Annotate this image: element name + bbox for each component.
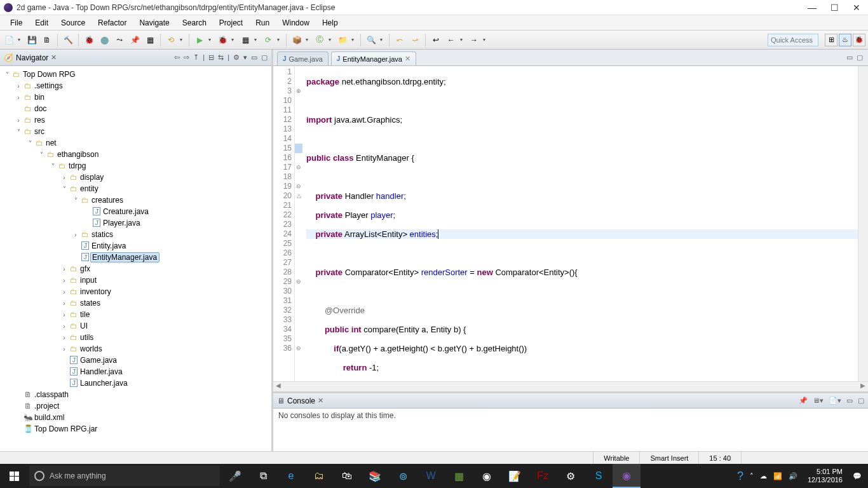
tree-folder[interactable]: worlds [79, 344, 102, 353]
help-icon[interactable]: ? [737, 470, 743, 483]
run-button[interactable]: ▶ [193, 34, 206, 46]
menu-navigate[interactable]: Navigate [133, 17, 175, 29]
tree-file[interactable]: Launcher.java [79, 379, 128, 388]
tree-folder[interactable]: gfx [79, 264, 90, 273]
menu-help[interactable]: Help [316, 17, 344, 29]
cortana-search[interactable]: Ask me anything [29, 466, 220, 486]
menu-edit[interactable]: Edit [29, 17, 55, 29]
nav-forward-icon[interactable]: ⇨ [184, 53, 189, 62]
tree-file[interactable]: Entity.java [90, 241, 126, 250]
volume-icon[interactable]: 🔊 [789, 472, 797, 480]
tree-folder[interactable]: utils [79, 333, 93, 342]
tree-folder[interactable]: src [33, 127, 44, 136]
pin-button[interactable]: 📌 [128, 34, 141, 46]
close-view-icon[interactable]: ✕ [51, 53, 57, 62]
dropdown-icon[interactable]: ▾ [277, 37, 282, 43]
code-content[interactable]: package net.ethangibson.tdrpg.entity; im… [302, 66, 858, 381]
dropdown-icon[interactable]: ▾ [460, 37, 465, 43]
mic-icon[interactable]: 🎤 [221, 464, 249, 488]
menu-run[interactable]: Run [249, 17, 276, 29]
dropdown-icon[interactable]: ▾ [380, 37, 385, 43]
menu-refactor[interactable]: Refactor [92, 17, 133, 29]
pin-console-icon[interactable]: 📌 [799, 396, 808, 405]
tree-folder[interactable]: entity [79, 184, 98, 193]
back-button[interactable]: ← [445, 34, 458, 46]
app-icon[interactable]: ⚙ [557, 464, 585, 488]
filter-icon[interactable]: ⚙ [233, 53, 240, 62]
save-button[interactable]: 💾 [25, 34, 38, 46]
tree-folder[interactable]: inventory [79, 287, 111, 296]
action-center-icon[interactable]: 💬 [853, 472, 862, 480]
tree-folder[interactable]: input [79, 276, 97, 285]
tree-file-selected[interactable]: EntityManager.java [90, 252, 159, 262]
forward-button[interactable]: → [468, 34, 480, 46]
tree-file[interactable]: build.xml [33, 413, 64, 422]
close-console-icon[interactable]: ✕ [318, 396, 323, 405]
tree-folder[interactable]: ethangibson [56, 150, 98, 159]
collapse-all-icon[interactable]: ⊟ [208, 53, 214, 62]
dropdown-icon[interactable]: ▾ [306, 37, 311, 43]
toggle-button[interactable]: ▦ [144, 34, 156, 46]
navigator-tree[interactable]: ˅🗀Top Down RPG ›🗀.settings ›🗀bin 🗀doc ›🗀… [0, 66, 271, 451]
app-icon[interactable]: ⊚ [389, 464, 417, 488]
maximize-view-icon[interactable]: ▢ [261, 53, 268, 62]
new-folder-button[interactable]: 📁 [336, 34, 349, 46]
close-tab-icon[interactable]: ✕ [405, 55, 410, 63]
coverage-button[interactable]: ▦ [239, 34, 252, 46]
maximize-console-icon[interactable]: ▢ [858, 396, 864, 405]
chrome-icon[interactable]: ◉ [473, 464, 501, 488]
tree-folder[interactable]: tdrpg [67, 161, 86, 170]
step-button[interactable]: ⟲ [165, 34, 177, 46]
tree-folder[interactable]: .settings [33, 81, 63, 90]
menu-file[interactable]: File [4, 17, 29, 29]
taskbar-clock[interactable]: 5:01 PM 12/13/2016 [804, 468, 846, 484]
prev-annotation-button[interactable]: ⤺ [393, 34, 406, 46]
tree-folder[interactable]: bin [33, 93, 44, 102]
file-explorer-icon[interactable]: 🗂 [305, 464, 333, 488]
tree-file[interactable]: Top Down RPG.jar [33, 424, 97, 433]
fold-column[interactable]: ⊕⊖⊖△⊖⊖ [295, 66, 302, 381]
vertical-scrollbar[interactable] [858, 66, 868, 381]
dropdown-icon[interactable]: ▾ [351, 37, 356, 43]
start-button[interactable] [0, 464, 28, 488]
view-menu-icon[interactable]: ▾ [243, 53, 247, 62]
scroll-left-icon[interactable]: ◀ [273, 382, 283, 391]
onedrive-icon[interactable]: ☁ [760, 472, 767, 480]
new-button[interactable]: 📄 [3, 34, 15, 46]
debug-button[interactable]: 🐞 [216, 34, 229, 46]
quick-access-input[interactable] [768, 34, 818, 46]
task-view-icon[interactable]: ⧉ [249, 464, 277, 488]
tree-file[interactable]: Game.java [79, 356, 117, 365]
horizontal-scrollbar[interactable]: ◀ ▶ [273, 381, 868, 391]
edge-icon[interactable]: e [277, 464, 305, 488]
dropdown-icon[interactable]: ▾ [18, 37, 23, 43]
dropdown-icon[interactable]: ▾ [231, 37, 236, 43]
tree-folder[interactable]: creatures [90, 196, 123, 205]
next-annotation-button[interactable]: ⤻ [409, 34, 421, 46]
tree-file[interactable]: .classpath [33, 390, 69, 399]
wifi-icon[interactable]: 📶 [773, 472, 782, 480]
tree-file[interactable]: Player.java [102, 219, 140, 227]
maximize-editor-icon[interactable]: ▢ [857, 53, 863, 62]
open-perspective-button[interactable]: ⊞ [825, 34, 837, 46]
tree-file[interactable]: Handler.java [79, 367, 123, 376]
last-edit-button[interactable]: ↩ [430, 34, 442, 46]
close-button[interactable]: ✕ [853, 3, 860, 13]
store-icon[interactable]: 🛍 [333, 464, 361, 488]
open-console-icon[interactable]: 📄▾ [829, 396, 841, 405]
tray-up-icon[interactable]: ˄ [750, 472, 754, 480]
tree-folder[interactable]: tile [79, 310, 90, 319]
minimize-view-icon[interactable]: ▭ [251, 53, 257, 62]
menu-project[interactable]: Project [213, 17, 249, 29]
skip-breakpoints-button[interactable]: ⤳ [113, 34, 126, 46]
word-icon[interactable]: W [417, 464, 445, 488]
debug-perspective-button[interactable]: 🐞 [853, 34, 865, 46]
tree-file[interactable]: Creature.java [102, 207, 149, 216]
code-editor[interactable]: 1 2 3 10 11 12 13 14 15 16 17 18 19 20 2… [273, 66, 868, 381]
notepad-icon[interactable]: 📝 [501, 464, 529, 488]
dropdown-icon[interactable]: ▾ [254, 37, 259, 43]
tree-folder[interactable]: net [44, 139, 57, 147]
tree-project[interactable]: Top Down RPG [22, 70, 76, 79]
menu-window[interactable]: Window [276, 17, 316, 29]
skype-icon[interactable]: S [585, 464, 613, 488]
